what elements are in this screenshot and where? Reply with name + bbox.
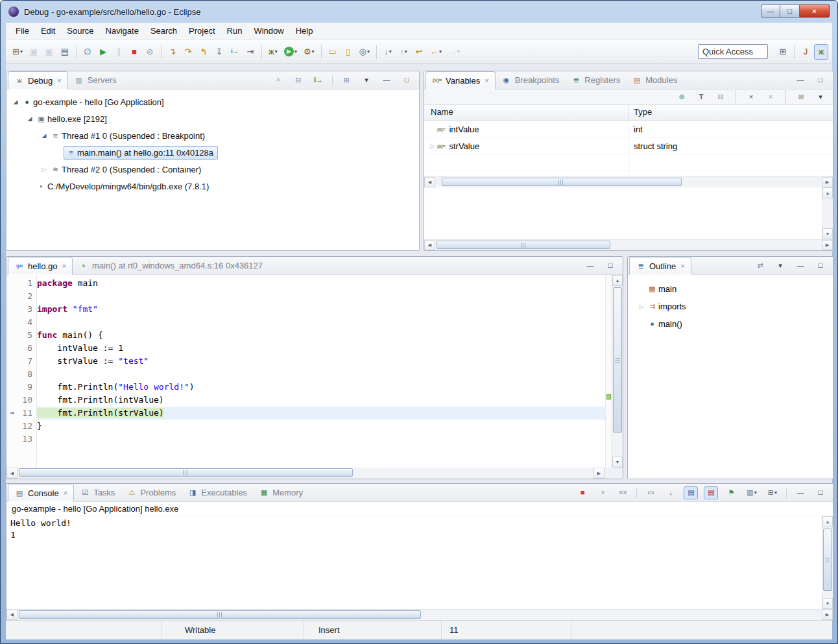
scroll-up-arrow-icon[interactable]: ▲ [822,516,833,527]
run-button[interactable]: ▶▾ [281,44,300,60]
code-line[interactable]: 8 [6,368,605,381]
tab-servers[interactable]: ▥Servers [68,71,123,89]
add-global-variables-button[interactable]: ⊕ [675,91,689,103]
tree-item[interactable]: ▪C:/MyDevelop/mingw64/bin/gdb.exe (7.8.1… [6,178,419,195]
code-line[interactable]: 12} [6,420,605,433]
scrollbar-track[interactable] [435,240,822,250]
scrollbar-thumb[interactable] [442,178,682,186]
tab-console[interactable]: ▤Console× [8,484,74,502]
scroll-right-arrow-icon[interactable]: ▶ [593,468,605,479]
scroll-left-arrow-icon[interactable]: ◀ [424,177,435,187]
column-header-name[interactable]: Name [424,105,628,120]
remove-launch-button[interactable]: × [595,486,610,499]
open-perspective-button[interactable]: ⊞ [776,44,790,60]
code-line[interactable]: 5func main() { [6,329,605,342]
variable-detail-pane[interactable]: ▲ ▼ [424,187,833,239]
menu-window[interactable]: Window [248,24,289,38]
menu-source[interactable]: Source [61,24,99,38]
current-line-marker-icon[interactable] [606,394,611,400]
expanded-arrow-icon[interactable]: ◢ [25,115,35,122]
console-horizontal-scrollbar[interactable]: ◀ ▶ [6,609,833,620]
remove-all-terminated-button[interactable]: ×× [616,486,630,499]
next-annotation-button[interactable]: ↓▾ [381,44,395,60]
menu-help[interactable]: Help [290,24,319,38]
code-line[interactable]: 13 [6,433,605,446]
tab-problems[interactable]: ⚠Problems [121,484,182,501]
collapse-all-button[interactable]: ⊟ [291,74,305,87]
title-bar[interactable]: Debug - go-example/src/hello/hello.go - … [1,1,837,23]
code-line[interactable]: 1package main [6,277,605,290]
maximize-view-button[interactable]: □ [400,74,414,87]
line-number[interactable]: 10 [18,394,37,407]
remove-all-button[interactable]: × [763,91,778,103]
java-perspective-button[interactable]: J [798,44,813,60]
editor-vertical-scrollbar[interactable]: ▲ ▼ [612,275,623,468]
code-editor[interactable]: 1package main23import "fmt"45func main()… [6,275,605,468]
menu-navigate[interactable]: Navigate [100,24,145,38]
use-step-filters-button[interactable]: ⇥ [243,44,257,60]
line-number[interactable]: 2 [18,290,37,303]
maximize-view-button[interactable]: □ [603,259,617,272]
scrollbar-thumb[interactable] [19,468,353,477]
tab-breakpoints[interactable]: ◉Breakpoints [496,71,566,89]
code-line[interactable]: 4 [6,316,605,329]
minimize-view-button[interactable]: — [583,259,597,272]
line-number[interactable]: 13 [18,433,37,446]
outline-item-main[interactable]: ▦main [628,280,833,298]
scroll-lock-button[interactable]: ↓ [664,486,678,499]
step-over-button[interactable]: ↷ [181,44,195,60]
scroll-up-arrow-icon[interactable]: ▲ [612,275,623,286]
minimize-button[interactable]: — [761,5,780,18]
scroll-left-arrow-icon[interactable]: ◀ [424,240,435,250]
code-line[interactable]: 3import "fmt" [6,303,605,316]
scrollbar-thumb[interactable] [19,610,421,619]
line-number[interactable]: 4 [18,316,37,329]
close-icon[interactable]: × [62,262,66,270]
scrollbar-track[interactable] [435,177,822,187]
view-menu-button[interactable]: ▾ [359,74,374,87]
console-vertical-scrollbar[interactable]: ▲ ▼ [822,516,833,609]
code-line[interactable]: 7 strValue := "test" [6,355,605,368]
scrollbar-thumb[interactable] [613,287,622,433]
debug-perspective-button[interactable]: ж [814,44,828,60]
show-stdout-button[interactable]: ▤ [684,486,698,499]
line-number[interactable]: 11 [18,407,37,420]
new-wizard-button[interactable]: ⊞▾ [10,44,25,60]
code-line[interactable]: →11 fmt.Println(strValue) [6,407,605,420]
code-line[interactable]: 10 fmt.Println(intValue) [6,394,605,407]
variable-row[interactable]: (x)=intValueint [424,121,833,137]
step-into-button[interactable]: ↴ [165,44,180,60]
new-view-button[interactable]: ⊞ [794,91,808,103]
code-line[interactable]: 2 [6,290,605,303]
last-edit-location-button[interactable]: ↩ [412,44,426,60]
menu-search[interactable]: Search [145,24,183,38]
tree-item[interactable]: ◢≋Thread #1 0 (Suspended : Breakpoint) [6,127,419,144]
maximize-button[interactable]: □ [780,5,800,18]
search-button[interactable]: ◎▾ [357,44,372,60]
remove-all-terminated-button[interactable]: × [271,74,285,87]
open-resource-button[interactable]: ▭ [326,44,340,60]
console-output-area[interactable]: Hello world!1 ▲ ▼ [6,516,833,609]
tab-registers[interactable]: ≣Registers [565,71,626,89]
variable-row[interactable]: ▷(x)=strValuestruct string [424,137,833,154]
menu-run[interactable]: Run [221,24,248,38]
open-type-button[interactable]: ▯ [341,44,355,60]
detail-vertical-scrollbar[interactable]: ▲ ▼ [822,187,833,239]
line-number[interactable]: 7 [18,355,37,368]
collapsed-arrow-icon[interactable]: ▷ [428,143,437,149]
terminate-button[interactable]: ■ [127,44,141,60]
step-return-button[interactable]: ↰ [197,44,211,60]
scroll-down-arrow-icon[interactable]: ▼ [822,228,833,239]
minimize-view-button[interactable]: — [379,74,394,87]
minimize-view-button[interactable]: — [793,259,808,272]
collapsed-arrow-icon[interactable]: ▷ [637,304,646,310]
debug-button[interactable]: ж▾ [266,44,280,60]
minimize-view-button[interactable]: — [793,486,808,499]
line-number[interactable]: 5 [18,329,37,342]
close-icon[interactable]: × [64,489,67,497]
scroll-right-arrow-icon[interactable]: ▶ [822,177,833,187]
line-number[interactable]: 8 [18,368,37,381]
scroll-down-arrow-icon[interactable]: ▼ [822,598,833,609]
scroll-right-arrow-icon[interactable]: ▶ [822,610,833,620]
close-button[interactable]: × [800,5,830,18]
